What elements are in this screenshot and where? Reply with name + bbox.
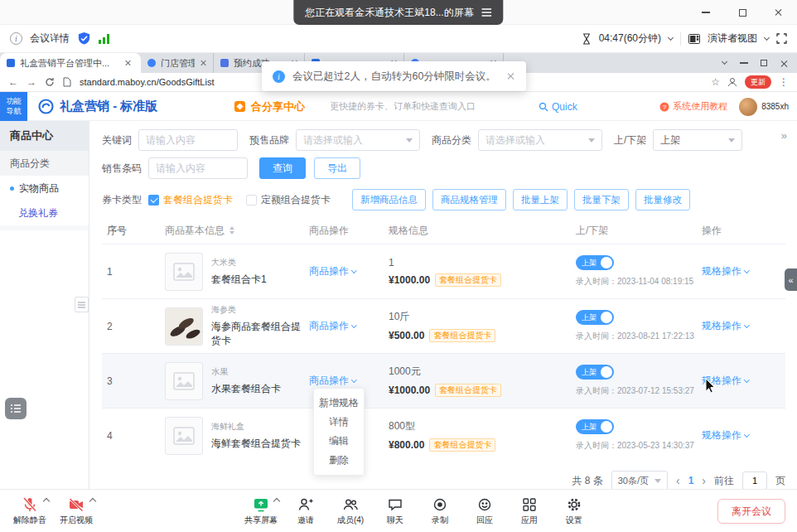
product-operation-dropdown[interactable]: 商品操作 xyxy=(309,374,356,388)
shelf-toggle[interactable]: 上架 xyxy=(576,255,614,270)
collapse-panel-icon[interactable]: » xyxy=(781,129,787,142)
card-type-option-1[interactable]: 套餐组合提货卡 xyxy=(163,193,233,207)
url-text[interactable]: standard.maboy.cn/GoodsGiftList xyxy=(80,77,214,87)
profile-icon[interactable] xyxy=(727,77,737,87)
browser-menu-icon[interactable]: ⋮ xyxy=(779,76,789,88)
record-button[interactable]: 录制 xyxy=(418,490,462,532)
react-button[interactable]: 回应 xyxy=(462,490,507,532)
spec-operation-dropdown[interactable]: 规格操作 xyxy=(702,264,749,278)
table-row[interactable]: 2 海参类 海参商品套餐组合提货卡 商品操作 10斤 ¥500.00 套餐组合 xyxy=(102,298,785,353)
sidebar-section-product-center[interactable]: 商品中心 xyxy=(0,121,89,151)
product-operation-dropdown[interactable]: 商品操作 xyxy=(309,264,356,278)
card-type-checkbox-unchecked[interactable] xyxy=(246,195,257,206)
settings-button[interactable]: 设置 xyxy=(552,490,597,532)
page-size-select[interactable]: 30条/页 xyxy=(611,471,668,489)
chevron-up-icon[interactable] xyxy=(43,498,50,505)
add-product-button[interactable]: 新增商品信息 xyxy=(352,189,426,210)
meeting-timer[interactable]: 04:47(60分钟) xyxy=(599,31,661,46)
batch-off-shelf-button[interactable]: 批量下架 xyxy=(574,189,629,210)
minimize-button[interactable] xyxy=(688,0,724,25)
sort-icon[interactable] xyxy=(229,226,234,235)
menu-item-add-spec[interactable]: 新增规格 xyxy=(314,394,364,413)
meeting-details-link[interactable]: 会议详情 xyxy=(30,31,70,46)
spec-operation-dropdown[interactable]: 规格操作 xyxy=(702,319,749,333)
card-type-option-2[interactable]: 定额组合提货卡 xyxy=(261,193,331,207)
refresh-icon[interactable] xyxy=(45,77,55,87)
table-row[interactable]: 1 大米类 套餐组合卡1 商品操作 1 ¥1000.00 套餐组合提货卡 xyxy=(102,244,785,298)
tutorial-link[interactable]: ? 系统使用教程 xyxy=(659,100,727,113)
shelf-toggle[interactable]: 上架 xyxy=(576,419,614,434)
update-badge[interactable]: 更新 xyxy=(745,75,771,89)
goto-page-input[interactable] xyxy=(742,472,767,489)
export-button[interactable]: 导出 xyxy=(314,157,360,179)
keyword-input[interactable] xyxy=(138,129,238,151)
sidebar-collapse-handle[interactable] xyxy=(75,297,89,312)
share-screen-button[interactable]: 共享屏幕 xyxy=(239,490,283,532)
card-type-checkbox-checked[interactable] xyxy=(148,195,159,206)
tab-close-icon[interactable] xyxy=(124,60,131,66)
maximize-button[interactable] xyxy=(724,0,761,25)
timer-chevron-down-icon[interactable] xyxy=(668,34,674,40)
shelf-toggle[interactable]: 上架 xyxy=(576,310,614,325)
batch-on-shelf-button[interactable]: 批量上架 xyxy=(513,189,568,210)
table-row[interactable]: 4 海鲜礼盒 海鲜套餐组合提货卡 800型 ¥800.00 套餐组合提货卡 xyxy=(102,408,785,462)
invite-button[interactable]: 邀请 xyxy=(283,490,328,532)
next-page-icon[interactable]: › xyxy=(702,474,706,487)
batch-edit-button[interactable]: 批量修改 xyxy=(635,189,690,210)
product-name: 海参商品套餐组合提货卡 xyxy=(211,320,309,348)
close-button[interactable] xyxy=(761,0,797,25)
unmute-label: 解除静音 xyxy=(13,515,46,526)
quick-link[interactable]: Quick xyxy=(539,92,577,121)
browser-close-button[interactable] xyxy=(774,60,794,67)
start-video-button[interactable]: 开启视频 xyxy=(53,490,99,532)
tab-search-button[interactable] xyxy=(714,62,734,64)
panel-collapse-tab[interactable]: « xyxy=(785,268,797,291)
sidebar-item-physical-goods[interactable]: 实物商品 xyxy=(0,176,89,201)
sidebar-item-product-category[interactable]: 商品分类 xyxy=(0,151,89,176)
view-mode-select[interactable]: 演讲者视图 xyxy=(708,31,757,46)
share-center-link[interactable]: 合分享中心 xyxy=(234,92,305,121)
back-icon[interactable]: ← xyxy=(8,76,18,88)
search-button[interactable]: 查询 xyxy=(259,157,306,179)
product-operation-dropdown[interactable]: 商品操作 xyxy=(309,319,356,333)
floating-list-widget[interactable] xyxy=(5,398,27,419)
shelf-select[interactable]: 上架 xyxy=(653,129,742,151)
spec-operation-dropdown[interactable]: 规格操作 xyxy=(702,428,749,443)
browser-minimize-button[interactable] xyxy=(734,62,754,63)
view-mode-chevron-down-icon[interactable] xyxy=(764,34,770,40)
spec-manage-button[interactable]: 商品规格管理 xyxy=(432,189,506,210)
menu-item-delete[interactable]: 删除 xyxy=(314,451,364,470)
shelf-toggle[interactable]: 上架 xyxy=(576,365,614,380)
browser-maximize-button[interactable] xyxy=(754,60,774,66)
menu-item-edit[interactable]: 编辑 xyxy=(314,432,364,451)
chat-button[interactable]: 聊天 xyxy=(373,490,418,532)
divider xyxy=(680,32,681,46)
current-page[interactable]: 1 xyxy=(688,475,694,486)
watch-banner[interactable]: 您正在观看金禾通技术王斌18...的屏幕 xyxy=(293,0,503,25)
function-nav-toggle[interactable]: 功能 导航 xyxy=(0,92,27,121)
browser-tab-active[interactable]: 礼盒营销平台管理中... xyxy=(0,53,141,73)
chevron-up-icon[interactable] xyxy=(89,498,96,505)
shield-check-icon[interactable] xyxy=(77,31,91,46)
tab-close-icon[interactable] xyxy=(200,60,206,66)
browser-tab[interactable]: 门店管理中心 xyxy=(141,53,214,73)
category-select[interactable]: 请选择或输入 xyxy=(478,129,602,151)
hamburger-icon[interactable] xyxy=(482,8,492,17)
table-row[interactable]: 3 水果 水果套餐组合卡 商品操作 1000元 ¥1000.00 套餐组合提货 xyxy=(102,353,785,408)
bookmark-star-icon[interactable]: ☆ xyxy=(711,76,720,88)
barcode-input[interactable] xyxy=(148,157,248,179)
sidebar-item-gift-voucher[interactable]: 兑换礼券 xyxy=(0,201,89,225)
signal-bars-icon[interactable] xyxy=(99,34,109,44)
leave-meeting-button[interactable]: 离开会议 xyxy=(717,499,785,524)
fullscreen-icon[interactable] xyxy=(776,33,787,44)
unmute-button[interactable]: 解除静音 xyxy=(7,490,53,532)
apps-button[interactable]: 应用 xyxy=(507,490,552,532)
brand-select[interactable]: 请选择或输入 xyxy=(296,129,420,151)
toast-close-icon[interactable] xyxy=(507,72,515,80)
members-button[interactable]: 成员(4) xyxy=(328,490,373,532)
forward-icon[interactable]: → xyxy=(27,76,36,88)
menu-item-details[interactable]: 详情 xyxy=(314,413,364,432)
prev-page-icon[interactable]: ‹ xyxy=(676,474,680,487)
user-menu[interactable]: 8385xh xyxy=(739,98,789,116)
chevron-up-icon[interactable] xyxy=(273,498,280,505)
